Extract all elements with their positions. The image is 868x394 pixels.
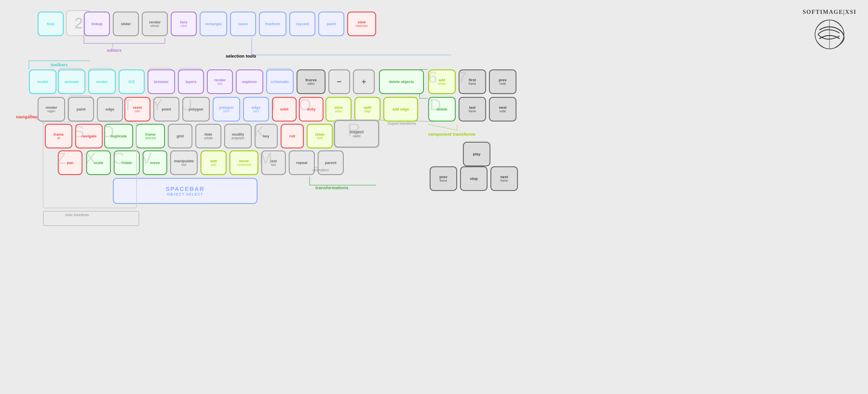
key-pan[interactable]: pan bbox=[58, 151, 83, 175]
key-rotate[interactable]: rotate bbox=[114, 151, 140, 175]
key-last-tool[interactable]: last tool bbox=[261, 151, 286, 175]
key-raycast[interactable]: raycast bbox=[289, 11, 315, 36]
key-prev-frame[interactable]: prev frame bbox=[430, 166, 457, 191]
key-fcurve-editor[interactable]: fcurve editor bbox=[297, 69, 326, 94]
key-render-region[interactable]: render region bbox=[38, 97, 65, 122]
key-add-poly[interactable]: add poly bbox=[200, 151, 226, 175]
key-orbit[interactable]: orbit bbox=[272, 97, 297, 122]
key-stop[interactable]: stop bbox=[460, 166, 488, 191]
key-delete-objects[interactable]: delete objects bbox=[379, 69, 424, 94]
svg-line-12 bbox=[428, 124, 457, 130]
key-move[interactable]: move bbox=[143, 151, 167, 175]
label-editors: editors bbox=[107, 48, 122, 53]
key-add-edge[interactable]: add edge bbox=[383, 97, 418, 122]
label-animation: animation bbox=[312, 168, 329, 172]
key-grid[interactable]: grid bbox=[168, 124, 192, 149]
key-last-frame[interactable]: last frame bbox=[459, 97, 486, 122]
key-next-frame[interactable]: next frame bbox=[490, 166, 518, 191]
key-minus[interactable]: − bbox=[329, 69, 350, 94]
keyboard-map: help 2 linkup slider render refresh face… bbox=[0, 0, 868, 394]
key-paint-r1[interactable]: paint bbox=[318, 11, 344, 36]
key-render-refresh[interactable]: render refresh bbox=[142, 11, 168, 36]
label-toolbars: toolbars bbox=[51, 62, 68, 67]
key-key[interactable]: key bbox=[255, 124, 278, 149]
label-transformations: transformations bbox=[315, 185, 348, 190]
key-rectangle[interactable]: rectangle bbox=[199, 11, 227, 36]
key-clean-verts[interactable]: clean verts bbox=[307, 124, 333, 149]
key-slider[interactable]: slider bbox=[113, 11, 139, 36]
label-navigation: navigation bbox=[16, 114, 38, 119]
label-selection-tools: selection tools bbox=[226, 54, 256, 59]
key-duplicate[interactable]: duplicate bbox=[104, 124, 133, 149]
key-polygon-paint[interactable]: polygon paint bbox=[213, 97, 240, 122]
key-split-edge[interactable]: split edge bbox=[354, 97, 380, 122]
key-edge-paint[interactable]: edge paint bbox=[243, 97, 269, 122]
key-freeform[interactable]: freeform bbox=[259, 11, 286, 36]
key-layers[interactable]: layers bbox=[178, 69, 204, 94]
key-add-vertex[interactable]: add vertex bbox=[428, 69, 456, 94]
logo-text: SOFTIMAGE|XSI bbox=[803, 9, 857, 15]
key-reset-cam[interactable]: reset cam bbox=[124, 97, 151, 122]
label-inspect-transforms: inspect transforms bbox=[388, 122, 416, 126]
key-animate[interactable]: animate bbox=[58, 69, 85, 94]
softimage-logo-area: SOFTIMAGE|XSI bbox=[803, 9, 857, 53]
key-lasso[interactable]: lasso bbox=[230, 11, 256, 36]
key-manipulate-tool[interactable]: manipulate tool bbox=[170, 151, 197, 175]
key-inspect-object[interactable]: inspect object bbox=[334, 120, 379, 147]
key-modify-projection[interactable]: modify projection bbox=[224, 124, 252, 149]
key-spacebar[interactable]: SPACEBAR OBJECT SELECT bbox=[113, 178, 257, 204]
key-slice-polys[interactable]: slice polys bbox=[326, 97, 351, 122]
key-frame-selected[interactable]: frame selected bbox=[136, 124, 165, 149]
label-component-transforms: component transforms bbox=[428, 132, 475, 136]
logo-icon bbox=[803, 17, 857, 53]
key-navigate[interactable]: navigate bbox=[75, 124, 103, 149]
key-repeat[interactable]: repeat bbox=[289, 151, 315, 175]
key-paint-r3[interactable]: paint bbox=[68, 97, 94, 122]
key-explorer[interactable]: explorer bbox=[236, 69, 263, 94]
key-polygon[interactable]: polygon bbox=[182, 97, 210, 122]
key-edge[interactable]: edge bbox=[97, 97, 123, 122]
key-next-node[interactable]: next node bbox=[489, 97, 517, 122]
key-delete[interactable]: delete bbox=[428, 97, 456, 122]
key-hide-unhide[interactable]: hide unhide bbox=[195, 124, 221, 149]
key-schematic[interactable]: schematic bbox=[266, 69, 294, 94]
key-render-tree[interactable]: render tree bbox=[207, 69, 233, 94]
key-roll[interactable]: roll bbox=[281, 124, 304, 149]
key-ice[interactable]: ICE bbox=[119, 69, 145, 94]
key-play[interactable]: play bbox=[463, 142, 490, 166]
key-first-frame[interactable]: first frame bbox=[459, 69, 486, 94]
key-scale[interactable]: scale bbox=[86, 151, 111, 175]
key-frame-all[interactable]: frame all bbox=[45, 124, 72, 149]
key-help[interactable]: help bbox=[38, 11, 64, 36]
key-dolly[interactable]: dolly bbox=[299, 97, 323, 122]
key-point[interactable]: point bbox=[153, 97, 179, 122]
svg-rect-9 bbox=[43, 211, 139, 226]
key-model[interactable]: model bbox=[29, 69, 56, 94]
key-render[interactable]: render bbox=[88, 69, 116, 94]
key-browser[interactable]: browser bbox=[148, 69, 175, 94]
key-view-maximize[interactable]: view maximize bbox=[347, 11, 376, 36]
key-plus[interactable]: + bbox=[353, 69, 375, 94]
key-face-robot[interactable]: face robot bbox=[171, 11, 197, 36]
key-move-component[interactable]: move component bbox=[229, 151, 258, 175]
key-linkup[interactable]: linkup bbox=[84, 11, 110, 36]
key-prev-node[interactable]: prev node bbox=[489, 69, 517, 94]
label-misc-functions: misc.functions bbox=[65, 212, 89, 217]
